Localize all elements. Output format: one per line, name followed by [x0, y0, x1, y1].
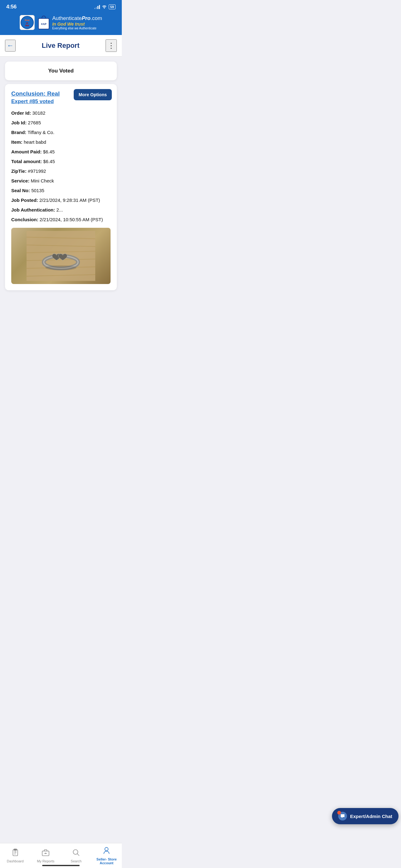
signal-icon	[94, 5, 100, 9]
page-title: Live Report	[15, 41, 106, 50]
logo-tagline: Everything else we Authenticate	[52, 27, 102, 30]
logo-text: AuthenticatePro.com In God We trust Ever…	[52, 15, 102, 30]
logo-container: Real or Not #AP AuthenticatePro.com In G…	[20, 15, 102, 30]
more-menu-button[interactable]: ⋮	[106, 39, 117, 52]
conclusion-date-label: Conclusion:	[11, 217, 38, 222]
total-amount-row: Total amount: $6.45	[11, 158, 110, 165]
svg-text:Not: Not	[25, 24, 29, 27]
battery-icon: 59	[109, 4, 115, 9]
svg-text:#AP: #AP	[41, 23, 46, 26]
brand-row: Brand: Tiffany & Co.	[11, 129, 110, 135]
job-posted-value: 2/21/2024, 9:28:31 AM (PST)	[39, 197, 100, 203]
job-auth-value: 2...	[56, 207, 63, 213]
brand-value: Tiffany & Co.	[28, 130, 54, 135]
logo-subtitle: In God We trust	[52, 22, 102, 27]
amount-paid-value: $6.45	[43, 149, 55, 154]
total-amount-label: Total amount:	[11, 159, 42, 164]
product-image	[11, 228, 110, 284]
amount-paid-row: Amount Paid: $6.45	[11, 148, 110, 155]
status-bar: 4:56 59	[0, 0, 122, 12]
item-label: Item:	[11, 140, 23, 145]
app-header: Real or Not #AP AuthenticatePro.com In G…	[0, 12, 122, 35]
job-auth-label: Job Authentication:	[11, 207, 55, 213]
order-id-label: Order Id:	[11, 110, 31, 116]
total-amount-value: $6.45	[43, 159, 55, 164]
svg-text:or: or	[26, 22, 28, 24]
zip-tie-row: ZipTie: #971992	[11, 168, 110, 174]
status-icons: 59	[94, 4, 115, 10]
service-row: Service: Mini Check	[11, 178, 110, 184]
conclusion-date-value: 2/21/2024, 10:50:55 AM (PST)	[40, 217, 103, 222]
status-time: 4:56	[6, 4, 16, 10]
zip-tie-value: #971992	[28, 168, 46, 174]
brand-label: Brand:	[11, 130, 26, 135]
battery-level: 59	[110, 5, 114, 9]
nav-bar: ← Live Report ⋮	[0, 35, 122, 57]
job-id-row: Job Id: 27685	[11, 119, 110, 126]
item-row: Item: heart babd	[11, 139, 110, 145]
job-id-label: Job Id:	[11, 120, 27, 125]
product-image-placeholder	[11, 228, 110, 284]
conclusion-date-row: Conclusion: 2/21/2024, 10:50:55 AM (PST)	[11, 216, 110, 223]
item-value: heart babd	[24, 140, 46, 145]
voted-text: You Voted	[48, 68, 74, 74]
service-value: Mini Check	[31, 178, 54, 183]
svg-point-15	[45, 265, 76, 270]
job-auth-row: Job Authentication: 2...	[11, 207, 110, 213]
job-id-value: 27685	[28, 120, 41, 125]
order-id-row: Order Id: 30182	[11, 110, 110, 116]
ring-image	[27, 231, 95, 281]
order-id-value: 30182	[32, 110, 45, 116]
job-posted-label: Job Posted:	[11, 197, 38, 203]
zip-tie-label: ZipTie:	[11, 168, 27, 174]
bag-logo: #AP	[38, 15, 49, 30]
seal-no-label: Seal No:	[11, 188, 30, 193]
wifi-icon	[102, 4, 107, 10]
seal-no-row: Seal No: 50135	[11, 187, 110, 194]
more-options-button[interactable]: More Options	[74, 89, 112, 100]
report-card: More Options Conclusion: Real Expert #85…	[5, 84, 117, 290]
svg-text:Real: Real	[25, 19, 30, 21]
amount-paid-label: Amount Paid:	[11, 149, 42, 154]
seal-no-value: 50135	[31, 188, 44, 193]
service-label: Service:	[11, 178, 29, 183]
main-content: You Voted More Options Conclusion: Real …	[0, 57, 122, 330]
voted-card: You Voted	[5, 62, 117, 80]
job-posted-row: Job Posted: 2/21/2024, 9:28:31 AM (PST)	[11, 197, 110, 204]
real-not-logo: Real or Not	[20, 16, 34, 29]
logo-title: AuthenticatePro.com	[52, 15, 102, 22]
back-button[interactable]: ←	[5, 40, 15, 52]
